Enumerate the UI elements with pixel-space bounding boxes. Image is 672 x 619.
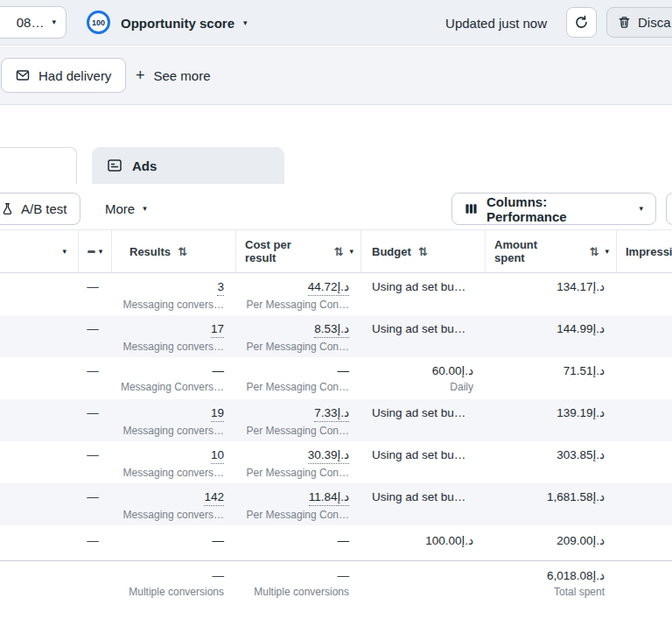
header-name-column[interactable]: ▾ [0,230,79,272]
results-value[interactable]: — [213,533,225,548]
cell-ad-name [0,399,79,441]
results-value[interactable]: — [213,363,225,378]
columns-dropdown[interactable]: Columns: Performance ▾ [452,193,656,225]
sort-icon[interactable]: ⇅ [418,245,428,258]
table-row[interactable]: — — Messaging Convers… — Per Messaging C… [0,357,672,399]
budget-value: Using ad set bu… [372,405,466,420]
header-cost-per-result-label: Cost per result [245,238,303,264]
cell-delivery: — [79,357,112,399]
ab-test-icon [1,202,14,215]
cell-results: — [112,525,236,560]
results-value[interactable]: 3 [217,279,224,296]
ads-manager-screen: { "icons": { "chevron_down": "▾", "plus"… [0,0,672,619]
table-row[interactable]: — — — 100.00د.إ 209.00د.إ [0,525,672,560]
header-budget[interactable]: Budget ⇅ [361,230,486,272]
cost-value[interactable]: — [338,363,350,378]
footer-cost-sublabel: Multiple conversions [254,586,349,599]
results-value[interactable]: 10 [211,447,224,464]
cell-cost-per-result: 8.53د.إ Per Messaging Con… [236,315,361,357]
sort-icon[interactable]: ⇅ [590,245,599,258]
campaign-select[interactable]: 08… ▾ [0,6,66,39]
table-row[interactable]: — 3 Messaging convers… 44.72د.إ Per Mess… [0,273,672,315]
sort-icon[interactable]: ⇅ [334,245,344,258]
updated-status: Updated just now [445,0,547,46]
budget-value: Using ad set bu… [372,489,466,504]
header-delivery-column[interactable]: ▾ [79,230,112,272]
cost-value[interactable]: — [338,533,350,548]
see-more-label: See more [154,68,211,83]
cell-budget: Using ad set bu… [361,483,486,525]
ab-test-label: A/B test [21,201,67,216]
footer-cost-per-result: — Multiple conversions [236,561,361,618]
cell-amount-spent: 1,681.58د.إ [486,483,617,525]
breakdown-button-partial[interactable] [666,193,672,225]
cell-delivery: — [79,525,112,560]
tab-ads[interactable]: Ads [92,147,284,184]
results-value[interactable]: 19 [211,405,224,422]
trash-icon [618,16,631,29]
cell-budget: Using ad set bu… [361,441,486,483]
cell-results: 19 Messaging convers… [112,399,236,441]
cell-results: 10 Messaging convers… [112,441,236,483]
results-sublabel: Messaging convers… [123,509,224,522]
more-dropdown[interactable]: More ▾ [105,193,147,225]
header-cost-per-result[interactable]: Cost per result ⇅ ▾ [236,230,361,272]
cell-amount-spent: 144.99د.إ [486,315,617,357]
cost-value[interactable]: 7.33د.إ [314,405,349,422]
table-row[interactable]: — 142 Messaging convers… 11.84د.إ Per Me… [0,483,672,525]
sort-icon[interactable]: ⇅ [178,245,187,258]
cell-amount-spent: 209.00د.إ [486,525,617,560]
cell-ad-name [0,273,79,315]
footer-delivery [79,561,112,618]
toggle-icon [88,250,95,253]
discard-drafts-label: Disca [638,15,671,30]
budget-value: Using ad set bu… [372,447,466,462]
results-value[interactable]: 142 [204,489,224,506]
header-results[interactable]: Results ⇅ [112,230,236,272]
tab-partial-adsets[interactable] [0,147,77,185]
chevron-down-icon[interactable]: ▾ [605,248,609,256]
header-amount-spent[interactable]: Amount spent ⇅ ▾ [486,230,617,272]
cell-cost-per-result: — [236,525,361,560]
see-more-button[interactable]: + See more [136,58,211,93]
ab-test-button[interactable]: A/B test [0,193,80,225]
had-delivery-filter-chip[interactable]: Had delivery [1,58,126,93]
budget-value: Using ad set bu… [372,279,466,294]
header-impressions[interactable]: Impressions [617,230,672,272]
table-row[interactable]: — 10 Messaging convers… 30.39د.إ Per Mes… [0,441,672,483]
cost-value[interactable]: 8.53د.إ [314,321,349,338]
cell-cost-per-result: 7.33د.إ Per Messaging Con… [236,399,361,441]
opportunity-score-dropdown[interactable]: Opportunity score ▾ [121,0,248,46]
spent-value: 144.99د.إ [556,321,605,336]
results-sublabel: Messaging convers… [123,425,224,438]
refresh-button[interactable] [566,7,597,38]
footer-name [0,561,79,618]
spent-value: 71.51د.إ [564,363,605,378]
cost-value[interactable]: 30.39د.إ [308,447,349,464]
table-row[interactable]: — 19 Messaging convers… 7.33د.إ Per Mess… [0,399,672,441]
results-value[interactable]: 17 [211,321,224,338]
refresh-icon [574,15,589,30]
plus-icon: + [136,67,145,83]
opportunity-score-value: 100 [92,18,105,27]
cost-value[interactable]: 11.84د.إ [309,489,349,506]
table-row[interactable]: — 17 Messaging convers… 8.53د.إ Per Mess… [0,315,672,357]
opportunity-score-label: Opportunity score [121,16,234,31]
discard-drafts-button[interactable]: Disca [606,7,672,38]
more-label: More [105,201,135,216]
columns-label: Columns: Performance [486,194,630,224]
cell-results: — Messaging Convers… [112,357,236,399]
footer-results-sublabel: Multiple conversions [129,586,224,599]
cell-impressions [617,399,672,441]
chevron-down-icon[interactable]: ▾ [349,248,354,256]
cell-ad-name [0,483,79,525]
cost-sublabel: Per Messaging Con… [247,425,349,438]
spent-value: 134.17د.إ [556,279,605,294]
cost-value[interactable]: 44.72د.إ [308,279,349,296]
chevron-down-icon: ▾ [243,19,248,27]
results-sublabel: Messaging convers… [123,341,224,354]
cell-impressions [617,273,672,315]
cell-cost-per-result: — Per Messaging Con… [236,357,361,399]
cell-delivery: — [79,399,112,441]
cell-amount-spent: 139.19د.إ [486,399,617,441]
